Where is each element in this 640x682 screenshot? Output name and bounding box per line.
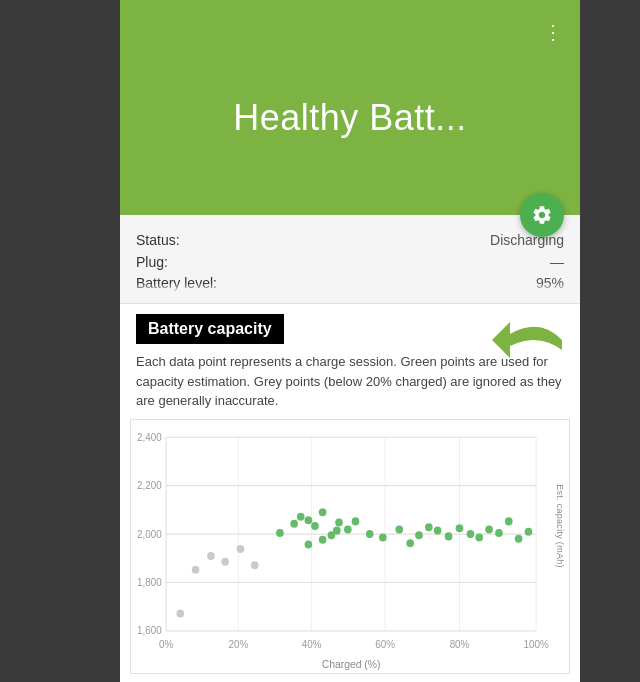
app-header: ⋮ Healthy Batt... — [120, 0, 580, 215]
menu-icon[interactable]: ⋮ — [543, 20, 564, 44]
battery-capacity-title: Battery capacity — [136, 314, 284, 344]
svg-point-51 — [475, 533, 483, 541]
plug-label: Plug: — [136, 254, 168, 270]
svg-point-54 — [505, 517, 513, 525]
svg-point-43 — [395, 525, 403, 533]
svg-text:1,800: 1,800 — [137, 576, 162, 587]
chart-y-axis-label: Est. capacity (mAh) — [549, 420, 571, 634]
svg-point-46 — [425, 523, 433, 531]
svg-point-56 — [525, 527, 533, 535]
plug-value: — — [550, 254, 564, 270]
svg-point-31 — [305, 516, 313, 524]
svg-point-44 — [406, 539, 414, 547]
svg-point-50 — [467, 530, 475, 538]
arrow-icon — [490, 312, 570, 367]
svg-text:2,200: 2,200 — [137, 479, 162, 490]
svg-point-47 — [434, 526, 442, 534]
svg-point-37 — [319, 535, 327, 543]
app-title: Healthy Batt... — [233, 97, 467, 139]
battery-chart: Est. capacity (mAh) 2,400 2,200 2,000 1,… — [130, 419, 570, 675]
battery-level-row: Battery level: 95% — [136, 273, 564, 293]
svg-text:2,000: 2,000 — [137, 528, 162, 539]
svg-point-35 — [335, 518, 343, 526]
svg-point-52 — [485, 525, 493, 533]
svg-point-22 — [192, 565, 200, 573]
svg-point-42 — [379, 533, 387, 541]
svg-point-33 — [319, 508, 327, 516]
svg-text:40%: 40% — [302, 638, 322, 649]
arrow-annotation — [490, 312, 570, 372]
svg-point-45 — [415, 531, 423, 539]
plug-row: Plug: — — [136, 251, 564, 273]
svg-point-49 — [456, 524, 464, 532]
svg-point-48 — [445, 532, 453, 540]
svg-text:1,600: 1,600 — [137, 625, 162, 636]
svg-text:Charged (%): Charged (%) — [322, 657, 381, 669]
svg-point-36 — [344, 525, 352, 533]
status-value: Discharging — [490, 232, 564, 248]
svg-text:0%: 0% — [159, 638, 173, 649]
settings-fab[interactable] — [520, 193, 564, 237]
chart-svg: 2,400 2,200 2,000 1,800 1,600 0% 20% 40%… — [131, 420, 569, 674]
svg-point-26 — [251, 561, 259, 569]
svg-point-29 — [290, 519, 298, 527]
svg-point-38 — [305, 540, 313, 548]
svg-text:80%: 80% — [450, 638, 470, 649]
svg-point-23 — [207, 551, 215, 559]
svg-point-25 — [237, 545, 245, 553]
svg-point-30 — [297, 512, 305, 520]
gear-icon — [531, 204, 553, 226]
status-section: Status: Discharging Plug: — Battery leve… — [120, 215, 580, 304]
svg-text:2,400: 2,400 — [137, 431, 162, 442]
svg-point-40 — [352, 517, 360, 525]
svg-point-41 — [366, 530, 374, 538]
svg-text:60%: 60% — [375, 638, 395, 649]
svg-point-32 — [311, 521, 319, 529]
svg-point-55 — [515, 534, 523, 542]
svg-point-53 — [495, 528, 503, 536]
status-row: Status: Discharging — [136, 229, 564, 251]
svg-text:20%: 20% — [228, 638, 248, 649]
svg-point-28 — [276, 528, 284, 536]
svg-text:100%: 100% — [524, 638, 549, 649]
svg-point-24 — [221, 557, 229, 565]
svg-point-39 — [333, 526, 341, 534]
svg-point-27 — [176, 609, 184, 617]
status-label: Status: — [136, 232, 180, 248]
